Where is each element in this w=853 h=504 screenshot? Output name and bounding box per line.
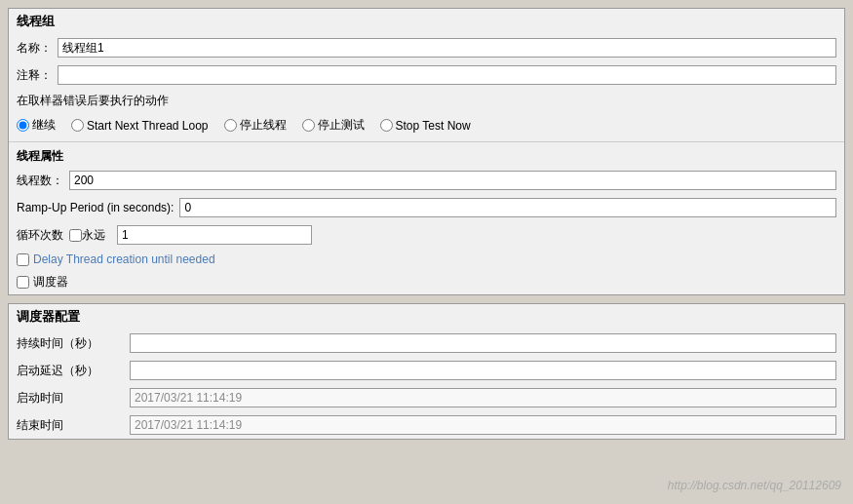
loop-label: 循环次数 xyxy=(17,227,63,244)
name-row: 名称： xyxy=(9,34,844,61)
thread-props-title: 线程属性 xyxy=(9,141,844,167)
startup-delay-label: 启动延迟（秒） xyxy=(17,363,124,379)
rampup-input[interactable] xyxy=(179,198,836,217)
radio-stop-thread-label: 停止线程 xyxy=(240,117,287,134)
thread-count-input[interactable] xyxy=(69,171,836,190)
start-time-row: 启动时间 xyxy=(9,384,844,411)
forever-label: 永远 xyxy=(82,227,105,244)
duration-label: 持续时间（秒） xyxy=(17,335,124,352)
scheduler-label: 调度器 xyxy=(33,274,68,291)
end-time-label: 结束时间 xyxy=(17,417,124,434)
radio-stop-test-now[interactable]: Stop Test Now xyxy=(380,119,471,133)
action-options: 继续 Start Next Thread Loop 停止线程 停止测试 Stop… xyxy=(9,111,844,139)
forever-checkbox-label[interactable]: 永远 xyxy=(69,227,105,244)
radio-next-loop[interactable]: Start Next Thread Loop xyxy=(71,119,209,133)
radio-stop-thread[interactable]: 停止线程 xyxy=(224,117,287,134)
watermark: http://blog.csdn.net/qq_20112609 xyxy=(668,479,841,492)
radio-next-loop-label: Start Next Thread Loop xyxy=(87,119,209,133)
thread-count-label: 线程数： xyxy=(17,173,63,189)
comment-label: 注释： xyxy=(17,67,52,84)
comment-input[interactable] xyxy=(58,65,836,85)
delay-thread-row: Delay Thread creation until needed xyxy=(9,249,844,270)
loop-count-input[interactable] xyxy=(117,225,312,245)
scheduler-row: 调度器 xyxy=(9,270,844,294)
radio-continue-label: 继续 xyxy=(32,117,56,134)
name-input[interactable] xyxy=(58,38,836,58)
end-time-row: 结束时间 xyxy=(9,411,844,439)
rampup-label: Ramp-Up Period (in seconds): xyxy=(17,201,174,214)
name-label: 名称： xyxy=(17,40,52,57)
section-title: 线程组 xyxy=(9,9,844,34)
loop-row: 循环次数 永远 xyxy=(9,221,844,249)
scheduler-config-section: 调度器配置 持续时间（秒） 启动延迟（秒） 启动时间 结束时间 xyxy=(8,303,845,440)
radio-stop-test[interactable]: 停止测试 xyxy=(302,117,365,134)
forever-checkbox[interactable] xyxy=(69,229,82,242)
scheduler-checkbox[interactable] xyxy=(17,276,29,289)
duration-row: 持续时间（秒） xyxy=(9,330,844,357)
radio-continue[interactable]: 继续 xyxy=(17,117,56,134)
thread-group-section: 线程组 名称： 注释： 在取样器错误后要执行的动作 继续 Start Next … xyxy=(8,8,845,295)
end-time-input[interactable] xyxy=(130,415,836,435)
scheduler-config-title: 调度器配置 xyxy=(9,304,844,330)
start-time-label: 启动时间 xyxy=(17,390,124,407)
duration-input[interactable] xyxy=(130,333,836,353)
startup-delay-row: 启动延迟（秒） xyxy=(9,357,844,384)
radio-stop-test-label: 停止测试 xyxy=(318,117,365,134)
rampup-row: Ramp-Up Period (in seconds): xyxy=(9,194,844,221)
comment-row: 注释： xyxy=(9,61,844,89)
radio-stop-test-now-label: Stop Test Now xyxy=(396,119,471,133)
start-time-input[interactable] xyxy=(130,388,836,407)
delay-thread-checkbox[interactable] xyxy=(17,253,29,266)
delay-thread-label: Delay Thread creation until needed xyxy=(33,252,215,266)
startup-delay-input[interactable] xyxy=(130,361,836,380)
thread-count-row: 线程数： xyxy=(9,167,844,194)
action-label: 在取样器错误后要执行的动作 xyxy=(9,89,844,111)
